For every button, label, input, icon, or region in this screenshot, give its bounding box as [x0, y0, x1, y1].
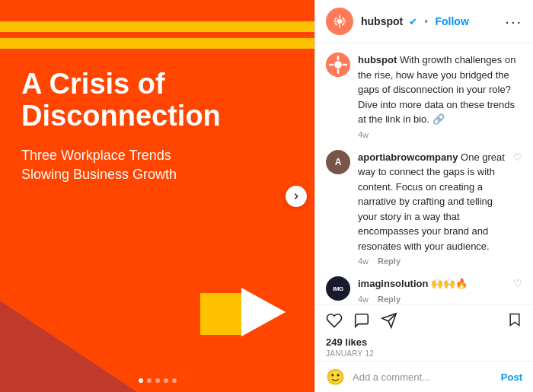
comment-button[interactable] [353, 312, 370, 332]
dot-5[interactable] [172, 378, 177, 383]
caption-username[interactable]: hubspot [358, 54, 397, 65]
likes-count: 249 likes [326, 336, 522, 348]
verified-badge: ✔ [409, 16, 417, 27]
follow-button[interactable]: Follow [435, 15, 468, 27]
header-info: hubspot ✔ • Follow [361, 14, 469, 28]
post-subtitle: Three Workplace TrendsSlowing Business G… [21, 146, 293, 184]
like-button[interactable] [326, 312, 343, 332]
slide-dots [139, 378, 177, 383]
comment-1-text: aportiabrowcompany One great way to conn… [358, 150, 506, 254]
commenter-2-username[interactable]: imaginsolution [358, 278, 428, 289]
comment-2-reply[interactable]: Reply [378, 295, 401, 304]
post-image: A Crisis of Disconnection Three Workplac… [0, 0, 314, 392]
commenter-2-avatar: IMG [326, 276, 350, 301]
header-username[interactable]: hubspot [361, 15, 403, 27]
action-icons-row [326, 311, 522, 332]
post-title: A Crisis of Disconnection [21, 69, 293, 132]
comment-1-content: aportiabrowcompany One great way to conn… [358, 150, 506, 266]
post-date: January 12 [326, 349, 522, 358]
post-image-text: A Crisis of Disconnection Three Workplac… [21, 69, 293, 184]
post-comment-button[interactable]: Post [501, 371, 522, 383]
svg-marker-18 [510, 314, 519, 326]
comment-2-body: 🙌🙌🔥 [431, 278, 468, 289]
comment-1-meta: 4w Reply [358, 257, 506, 266]
caption-comment: hubspot With growth challenges on the ri… [326, 53, 522, 139]
dot-4[interactable] [164, 378, 168, 383]
add-comment-bar: 🙂 Post [315, 361, 533, 392]
dot-1[interactable] [139, 378, 143, 383]
emoji-button[interactable]: 🙂 [326, 368, 345, 386]
dot-3[interactable] [155, 378, 160, 383]
post-header: hubspot ✔ • Follow ··· [315, 0, 533, 43]
svg-rect-4 [334, 21, 337, 22]
comment-1-like-button[interactable]: ♡ [513, 150, 522, 266]
dot-2[interactable] [147, 378, 152, 383]
comment-input[interactable] [353, 371, 501, 383]
white-arrow-shape [241, 288, 286, 336]
right-panel: hubspot ✔ • Follow ··· hubsp [314, 0, 533, 392]
comments-section: hubspot With growth challenges on the ri… [315, 43, 533, 304]
share-button[interactable] [381, 312, 397, 332]
avatar [326, 8, 353, 35]
comment-1-reply[interactable]: Reply [378, 257, 401, 266]
separator-dot: • [424, 15, 428, 27]
comment-1-body: One great way to connect the gaps is wit… [358, 151, 505, 252]
comment-2-like-button[interactable]: ♡ [513, 276, 522, 304]
comment-2-content: imaginsolution 🙌🙌🔥 4w Reply [358, 276, 506, 304]
comment-item: A aportiabrowcompany One great way to co… [326, 150, 522, 266]
caption-text: hubspot With growth challenges on the ri… [358, 53, 522, 127]
svg-rect-13 [337, 69, 339, 74]
comment-2-time: 4w [358, 295, 369, 304]
comment-1-time: 4w [358, 257, 369, 266]
svg-point-11 [334, 61, 342, 69]
commenter-1-username[interactable]: aportiabrowcompany [358, 151, 458, 163]
save-button[interactable] [507, 311, 522, 332]
svg-rect-3 [339, 24, 340, 27]
svg-rect-2 [339, 15, 340, 18]
svg-rect-14 [329, 64, 334, 65]
caption-content: hubspot With growth challenges on the ri… [358, 53, 522, 139]
comment-item: IMG imaginsolution 🙌🙌🔥 4w Reply ♡ [326, 276, 522, 304]
comment-2-text: imaginsolution 🙌🙌🔥 [358, 276, 506, 292]
caption-avatar [326, 53, 350, 77]
post-actions: 249 likes January 12 [315, 304, 533, 361]
stripe-1 [0, 21, 314, 32]
comment-2-meta: 4w Reply [358, 295, 506, 304]
red-triangle-shape [0, 301, 137, 392]
next-slide-button[interactable] [286, 186, 307, 207]
svg-point-1 [337, 19, 343, 24]
caption-time: 4w [358, 130, 369, 139]
svg-rect-15 [343, 64, 347, 65]
orange-square-shape [200, 293, 242, 335]
more-options-button[interactable]: ··· [505, 13, 522, 30]
commenter-1-avatar: A [326, 150, 350, 174]
svg-rect-5 [343, 21, 346, 22]
caption-meta: 4w [358, 130, 522, 139]
stripe-2 [0, 38, 314, 49]
svg-rect-12 [337, 56, 339, 60]
